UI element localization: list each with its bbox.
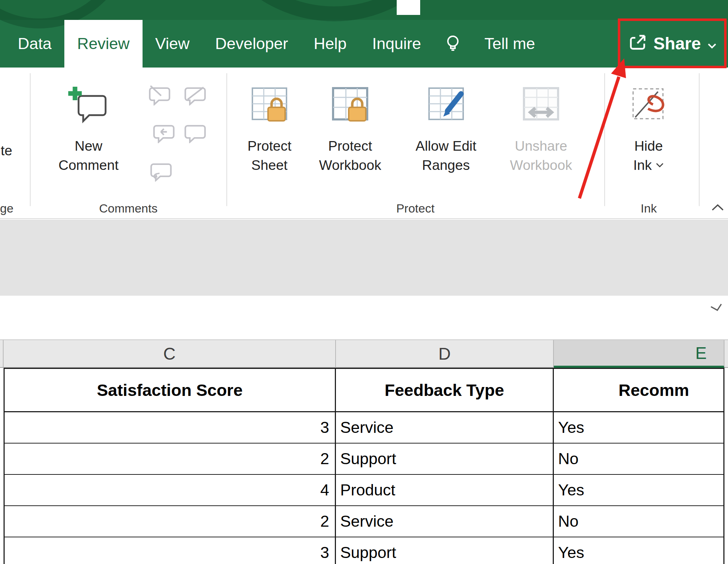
cell-sliver [724, 412, 728, 444]
allow-edit-ranges-label-line2: Ranges [422, 156, 470, 175]
cell-feedback[interactable]: Support [336, 537, 554, 564]
cell-sliver [724, 506, 728, 537]
tab-inquire[interactable]: Inquire [359, 20, 434, 68]
hide-ink-label-line2: Ink [633, 156, 652, 175]
cell-sliver [724, 537, 728, 564]
sheet-lock-icon [248, 77, 291, 136]
column-header-row: C D E [0, 339, 728, 368]
tab-tell-me[interactable]: Tell me [472, 20, 548, 68]
cell-recommend[interactable]: No [554, 444, 724, 475]
expand-formula-bar-button[interactable] [709, 302, 725, 316]
tab-help[interactable]: Help [301, 20, 359, 68]
chevron-down-icon [655, 162, 664, 168]
column-header-f-sliver[interactable] [724, 340, 728, 368]
comment-show-all-icon [150, 159, 172, 182]
unshare-workbook-label-line1: Unshare [515, 136, 567, 156]
cell-sliver[interactable] [0, 368, 4, 412]
table-row: 4 Product Yes [0, 475, 728, 506]
workbook-lock-icon [329, 77, 371, 136]
header-feedback-type[interactable]: Feedback Type [336, 368, 554, 412]
protect-workbook-button[interactable]: Protect Workbook [306, 77, 395, 175]
cell-satisfaction[interactable]: 3 [4, 537, 336, 564]
header-recommend[interactable]: Recomm [554, 368, 724, 412]
cell-feedback[interactable]: Product [336, 475, 554, 506]
show-hide-comment-button[interactable] [179, 77, 211, 111]
cell-feedback[interactable]: Service [336, 506, 554, 537]
group-separator [30, 73, 31, 206]
protect-sheet-button[interactable]: Protect Sheet [230, 77, 309, 175]
next-comment-button[interactable] [179, 115, 211, 149]
protect-group-label: Protect [226, 202, 604, 215]
share-label: Share [653, 34, 701, 53]
cell-sliver[interactable] [0, 475, 4, 506]
translate-button-partial[interactable]: te [1, 143, 12, 159]
comment-delete-icon [148, 83, 171, 106]
share-button[interactable]: Share [623, 22, 722, 65]
cell-sliver [724, 444, 728, 475]
cell-sliver[interactable] [0, 444, 4, 475]
cell-feedback[interactable]: Support [336, 444, 554, 475]
new-comment-button[interactable]: New Comment [42, 77, 135, 175]
new-comment-label-line1: New [75, 136, 102, 156]
cell-recommend[interactable]: No [554, 506, 724, 537]
hide-ink-label-line1: Hide [634, 136, 663, 156]
column-header-d[interactable]: D [336, 340, 554, 368]
delete-comment-button[interactable] [144, 77, 176, 111]
cell-sliver [724, 475, 728, 506]
column-header-c[interactable]: C [4, 340, 336, 368]
tab-data[interactable]: Data [5, 20, 64, 68]
group-separator [604, 73, 605, 206]
sheet-pencil-icon [425, 77, 467, 136]
workbook-arrows-icon [520, 77, 562, 136]
table-header-row: Satisfaction Score Feedback Type Recomm [0, 368, 728, 412]
unshare-workbook-label-line2: Workbook [510, 156, 572, 175]
table-row: 3 Support Yes [0, 537, 728, 564]
hide-ink-button[interactable]: Hide Ink [612, 77, 685, 175]
previous-comment-button[interactable] [148, 115, 180, 149]
collapse-ribbon-button[interactable] [711, 203, 724, 213]
chevron-down-icon [709, 302, 724, 314]
new-comment-label-line2: Comment [58, 156, 118, 175]
protect-workbook-label-line2: Workbook [319, 156, 381, 175]
share-icon [628, 32, 647, 55]
cell-satisfaction[interactable]: 4 [4, 475, 336, 506]
white-rectangle-artifact [397, 0, 420, 15]
lightbulb-icon[interactable] [434, 20, 472, 68]
cell-sliver[interactable] [0, 506, 4, 537]
workspace-background [0, 220, 728, 296]
table-row: 2 Service No [0, 506, 728, 537]
chevron-up-icon [711, 203, 724, 212]
table-row: 2 Support No [0, 444, 728, 475]
group-separator [699, 73, 700, 206]
tab-view[interactable]: View [143, 20, 203, 68]
cell-satisfaction[interactable]: 3 [4, 412, 336, 444]
formula-bar [0, 296, 728, 339]
allow-edit-ranges-button[interactable]: Allow Edit Ranges [399, 77, 493, 175]
comment-show-hide-icon [184, 83, 207, 106]
cell-feedback[interactable]: Service [336, 412, 554, 444]
data-table: Satisfaction Score Feedback Type Recomm … [0, 368, 728, 564]
cell-recommend[interactable]: Yes [554, 537, 724, 564]
language-group-label: ge [0, 202, 14, 215]
cell-sliver[interactable] [0, 537, 4, 564]
cell-satisfaction[interactable]: 2 [4, 506, 336, 537]
column-header-e-selected[interactable]: E [554, 340, 724, 368]
cell-recommend[interactable]: Yes [554, 412, 724, 444]
comment-previous-icon [152, 120, 175, 143]
protect-workbook-label-line1: Protect [328, 136, 372, 156]
title-bar: Data Review View Developer Help Inquire … [0, 0, 728, 68]
unshare-workbook-button: Unshare Workbook [495, 77, 587, 175]
tab-review[interactable]: Review [64, 20, 143, 68]
comment-next-icon [184, 120, 207, 143]
table-row: 3 Service Yes [0, 412, 728, 444]
cell-recommend[interactable]: Yes [554, 475, 724, 506]
tab-developer[interactable]: Developer [202, 20, 301, 68]
show-all-comments-button[interactable] [145, 154, 177, 187]
column-header-b-sliver[interactable] [0, 340, 4, 368]
ribbon: te ge New Comment [0, 68, 728, 219]
cell-sliver[interactable] [0, 412, 4, 444]
cell-satisfaction[interactable]: 2 [4, 444, 336, 475]
group-separator [226, 73, 227, 206]
comments-group-label: Comments [31, 202, 226, 215]
header-satisfaction-score[interactable]: Satisfaction Score [4, 368, 336, 412]
